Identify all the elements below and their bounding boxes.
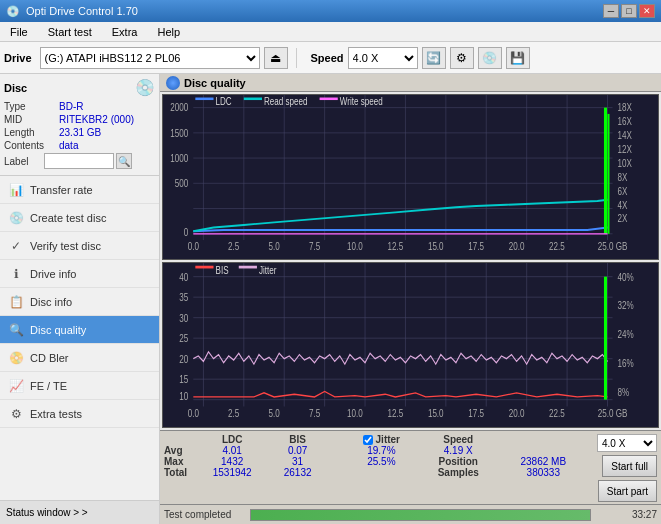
- disc-label-input[interactable]: [44, 153, 114, 169]
- nav-transfer-rate-label: Transfer rate: [30, 184, 93, 196]
- disc-quality-icon: 🔍: [8, 323, 24, 337]
- settings-button[interactable]: ⚙: [450, 47, 474, 69]
- save-button[interactable]: 💾: [506, 47, 530, 69]
- avg-row-label: Avg: [164, 445, 194, 456]
- svg-text:16X: 16X: [618, 116, 632, 127]
- disc-label-btn[interactable]: 🔍: [116, 153, 132, 169]
- start-full-button[interactable]: Start full: [602, 455, 657, 477]
- svg-text:10.0: 10.0: [347, 241, 363, 252]
- bis-chart: 40 35 30 25 20 15 10 40% 32% 24% 16% 8% …: [162, 262, 659, 428]
- svg-text:30: 30: [179, 312, 188, 325]
- menu-help[interactable]: Help: [151, 24, 186, 40]
- refresh-button[interactable]: 🔄: [422, 47, 446, 69]
- svg-rect-49: [320, 98, 338, 101]
- speed-val: 4.19 X: [418, 445, 499, 456]
- jitter-checkbox[interactable]: [363, 435, 373, 445]
- progress-area: Test completed 33:27: [160, 504, 661, 524]
- svg-text:32%: 32%: [618, 299, 635, 312]
- stats-controls-row: LDC BIS Jitter Speed Avg 4.01 0.07: [164, 434, 657, 502]
- disc-mid-row: MID RITEKBR2 (000): [4, 114, 155, 125]
- ldc-col-header: LDC: [194, 434, 270, 445]
- disc-section-icon: 💿: [135, 78, 155, 97]
- svg-text:12.5: 12.5: [387, 241, 403, 252]
- svg-text:17.5: 17.5: [468, 241, 484, 252]
- svg-text:20: 20: [179, 353, 188, 366]
- nav-fe-te[interactable]: 📈 FE / TE: [0, 372, 159, 400]
- start-part-button[interactable]: Start part: [598, 480, 657, 502]
- menu-extra[interactable]: Extra: [106, 24, 144, 40]
- stats-table: LDC BIS Jitter Speed Avg 4.01 0.07: [164, 434, 588, 478]
- stats-area: LDC BIS Jitter Speed Avg 4.01 0.07: [160, 430, 661, 504]
- samples-label: Samples: [418, 467, 499, 478]
- eject-button[interactable]: ⏏: [264, 47, 288, 69]
- speed-label: Speed: [311, 52, 344, 64]
- speed-col-header: Speed: [418, 434, 499, 445]
- svg-rect-95: [239, 266, 257, 269]
- title-bar: 💿 Opti Drive Control 1.70 ─ □ ✕: [0, 0, 661, 22]
- svg-text:17.5: 17.5: [468, 407, 484, 420]
- disc-button[interactable]: 💿: [478, 47, 502, 69]
- svg-text:10: 10: [179, 389, 188, 402]
- speed-select[interactable]: 4.0 X: [348, 47, 418, 69]
- app-title: Opti Drive Control 1.70: [26, 5, 138, 17]
- disc-type-label: Type: [4, 101, 59, 112]
- jitter-avg: 19.7%: [345, 445, 418, 456]
- bis-total: 26132: [270, 467, 325, 478]
- disc-contents-row: Contents data: [4, 140, 155, 151]
- menu-start-test[interactable]: Start test: [42, 24, 98, 40]
- speed-chart: 2000 1500 1000 500 0 18X 16X 14X 12X 10X…: [162, 94, 659, 260]
- nav-create-test-disc[interactable]: 💿 Create test disc: [0, 204, 159, 232]
- drive-label: Drive: [4, 52, 32, 64]
- sidebar: Disc 💿 Type BD-R MID RITEKBR2 (000) Leng…: [0, 74, 160, 524]
- nav-disc-quality[interactable]: 🔍 Disc quality: [0, 316, 159, 344]
- menu-file[interactable]: File: [4, 24, 34, 40]
- svg-text:2000: 2000: [170, 103, 188, 114]
- transfer-rate-icon: 📊: [8, 183, 24, 197]
- svg-text:LDC: LDC: [216, 96, 232, 107]
- status-window[interactable]: Status window > >: [0, 500, 159, 524]
- maximize-button[interactable]: □: [621, 4, 637, 18]
- nav-drive-info-label: Drive info: [30, 268, 76, 280]
- svg-text:20.0: 20.0: [509, 241, 525, 252]
- disc-length-row: Length 23.31 GB: [4, 127, 155, 138]
- status-window-label: Status window > >: [6, 507, 88, 518]
- svg-text:12X: 12X: [618, 144, 632, 155]
- svg-text:18X: 18X: [618, 103, 632, 114]
- nav-transfer-rate[interactable]: 📊 Transfer rate: [0, 176, 159, 204]
- svg-text:0.0: 0.0: [188, 407, 199, 420]
- svg-text:24%: 24%: [618, 328, 635, 341]
- svg-text:7.5: 7.5: [309, 407, 320, 420]
- disc-mid-value: RITEKBR2 (000): [59, 114, 134, 125]
- nav-extra-tests[interactable]: ⚙ Extra tests: [0, 400, 159, 428]
- app-icon: 💿: [6, 5, 20, 18]
- nav-verify-test-disc[interactable]: ✓ Verify test disc: [0, 232, 159, 260]
- svg-text:2.5: 2.5: [228, 241, 239, 252]
- nav-cd-bler[interactable]: 📀 CD Bler: [0, 344, 159, 372]
- svg-text:5.0: 5.0: [269, 407, 280, 420]
- disc-label-text: Label: [4, 156, 44, 167]
- nav-disc-info[interactable]: 📋 Disc info: [0, 288, 159, 316]
- svg-text:2.5: 2.5: [228, 407, 239, 420]
- svg-text:1000: 1000: [170, 153, 188, 164]
- nav-drive-info[interactable]: ℹ Drive info: [0, 260, 159, 288]
- svg-text:BIS: BIS: [216, 264, 229, 277]
- ldc-total: 1531942: [194, 467, 270, 478]
- disc-length-label: Length: [4, 127, 59, 138]
- svg-text:40%: 40%: [618, 271, 635, 284]
- nav-disc-info-label: Disc info: [30, 296, 72, 308]
- svg-text:5.0: 5.0: [269, 241, 280, 252]
- svg-text:25.0 GB: 25.0 GB: [598, 241, 628, 252]
- chart-area: Disc quality: [160, 74, 661, 524]
- total-row-label: Total: [164, 467, 194, 478]
- speed-select-small[interactable]: 4.0 X: [597, 434, 657, 452]
- svg-rect-93: [195, 266, 213, 269]
- drive-select[interactable]: (G:) ATAPI iHBS112 2 PL06: [40, 47, 260, 69]
- svg-text:16%: 16%: [618, 357, 635, 370]
- svg-text:14X: 14X: [618, 130, 632, 141]
- svg-rect-51: [163, 263, 658, 427]
- minimize-button[interactable]: ─: [603, 4, 619, 18]
- toolbar-separator: [296, 48, 297, 68]
- menu-bar: File Start test Extra Help: [0, 22, 661, 42]
- svg-text:7.5: 7.5: [309, 241, 320, 252]
- close-button[interactable]: ✕: [639, 4, 655, 18]
